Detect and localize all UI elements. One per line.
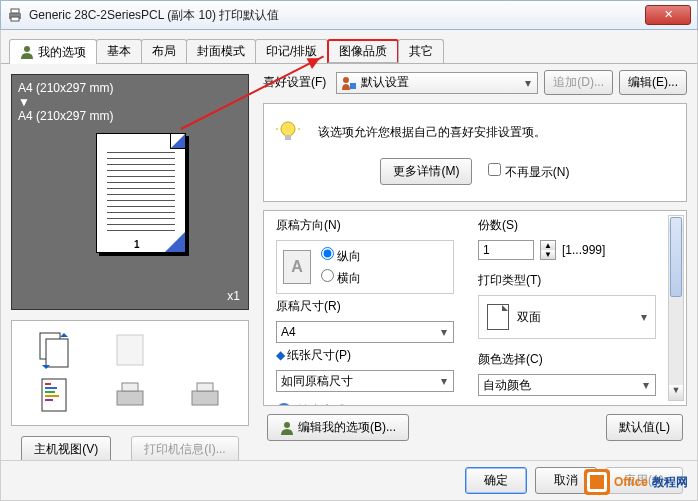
thumb-duplex-icon[interactable] xyxy=(36,329,74,371)
color-label: 颜色选择(C) xyxy=(478,351,656,368)
svg-rect-15 xyxy=(192,391,218,405)
svg-rect-8 xyxy=(45,383,51,385)
user-icon xyxy=(20,45,34,59)
tab-cover[interactable]: 封面模式 xyxy=(186,39,256,63)
watermark-o-icon xyxy=(584,469,610,495)
orientation-landscape-radio[interactable]: 横向 xyxy=(321,269,361,287)
paper-size-label: ◆纸张尺寸(P) xyxy=(276,347,454,364)
hint-panel: 该选项允许您根据自己的喜好安排设置项。 更多详情(M) 不再显示(N) xyxy=(263,103,687,202)
favorites-combo[interactable]: 默认设置 xyxy=(336,72,538,94)
svg-rect-14 xyxy=(122,383,138,391)
info-icon: i xyxy=(276,403,292,407)
svg-rect-12 xyxy=(45,399,53,401)
vertical-scrollbar[interactable]: ▲▼ xyxy=(668,215,684,401)
copies-range: [1...999] xyxy=(562,243,605,257)
copies-input[interactable] xyxy=(478,240,534,260)
output-method-label: 输出方式(M) xyxy=(298,402,364,406)
svg-rect-11 xyxy=(45,395,59,397)
tab-my-options[interactable]: 我的选项 xyxy=(9,39,97,64)
svg-rect-1 xyxy=(11,9,19,13)
svg-rect-6 xyxy=(117,335,143,365)
settings-panel: ▲▼ 原稿方向(N) A 纵向 横向 原稿尺寸(R) A4 xyxy=(263,210,687,406)
preview-page-number: 1 xyxy=(134,239,140,250)
ok-button[interactable]: 确定 xyxy=(465,467,527,494)
printer-info-button[interactable]: 打印机信息(I)... xyxy=(131,436,238,463)
dont-show-checkbox[interactable]: 不再显示(N) xyxy=(488,163,569,181)
page-preview: A4 (210x297 mm) ▼ A4 (210x297 mm) 1 x1 xyxy=(11,74,249,310)
preview-size-from: A4 (210x297 mm) xyxy=(18,81,242,95)
svg-point-23 xyxy=(284,422,290,428)
orientation-portrait-radio[interactable]: 纵向 xyxy=(321,247,361,265)
hint-text: 该选项允许您根据自己的喜好安排设置项。 xyxy=(318,124,546,141)
host-view-button[interactable]: 主机视图(V) xyxy=(21,436,111,463)
duplex-page-icon xyxy=(487,304,509,330)
svg-point-17 xyxy=(343,77,349,83)
option-thumbnails xyxy=(11,320,249,426)
tab-basic[interactable]: 基本 xyxy=(96,39,142,63)
thumb-blank2-icon[interactable] xyxy=(186,329,224,371)
edit-my-options-button[interactable]: 编辑我的选项(B)... xyxy=(267,414,409,441)
svg-rect-16 xyxy=(197,383,213,391)
thumb-blank-icon[interactable] xyxy=(111,329,149,371)
svg-rect-5 xyxy=(46,339,68,367)
svg-rect-2 xyxy=(11,17,19,21)
preview-copy-count: x1 xyxy=(227,289,240,303)
watermark-logo: Office教程网 xyxy=(584,469,688,495)
tab-other[interactable]: 其它 xyxy=(398,39,444,63)
print-type-label: 打印类型(T) xyxy=(478,272,656,289)
orientation-icon: A xyxy=(283,250,311,284)
original-size-label: 原稿尺寸(R) xyxy=(276,298,454,315)
favorites-add-button[interactable]: 追加(D)... xyxy=(544,70,613,95)
lightbulb-icon xyxy=(276,120,300,144)
svg-point-19 xyxy=(281,122,295,136)
copies-label: 份数(S) xyxy=(478,217,656,234)
tab-image-quality[interactable]: 图像品质 xyxy=(327,39,399,63)
copies-spinner[interactable]: ▲▼ xyxy=(540,240,556,260)
orientation-label: 原稿方向(N) xyxy=(276,217,454,234)
title-bar: Generic 28C-2SeriesPCL (副本 10) 打印默认值 ✕ xyxy=(0,0,698,30)
user-icon-small xyxy=(280,421,294,435)
paper-size-select[interactable]: 如同原稿尺寸 xyxy=(276,370,454,392)
favorites-edit-button[interactable]: 编辑(E)... xyxy=(619,70,687,95)
thumb-printer1-icon[interactable] xyxy=(111,375,149,417)
favorites-selected: 默认设置 xyxy=(361,74,409,91)
svg-rect-9 xyxy=(45,387,57,389)
svg-point-3 xyxy=(24,46,30,52)
svg-rect-10 xyxy=(45,391,55,393)
svg-rect-18 xyxy=(350,83,356,89)
printer-icon xyxy=(7,7,23,23)
tab-layout[interactable]: 布局 xyxy=(141,39,187,63)
window-title: Generic 28C-2SeriesPCL (副本 10) 打印默认值 xyxy=(29,7,691,24)
defaults-button[interactable]: 默认值(L) xyxy=(606,414,683,441)
thumb-color-doc-icon[interactable] xyxy=(36,375,74,417)
svg-rect-20 xyxy=(285,135,291,140)
more-details-button[interactable]: 更多详情(M) xyxy=(380,158,472,185)
svg-rect-13 xyxy=(117,391,143,405)
close-button[interactable]: ✕ xyxy=(645,5,691,25)
thumb-printer2-icon[interactable] xyxy=(186,375,224,417)
print-type-select[interactable]: 双面 ▾ xyxy=(478,295,656,339)
color-select[interactable]: 自动颜色 xyxy=(478,374,656,396)
preview-page: 1 xyxy=(96,133,186,253)
preview-arrow-icon: ▼ xyxy=(18,95,242,109)
tab-strip: 我的选项 基本 布局 封面模式 印记/排版 图像品质 其它 xyxy=(1,30,697,64)
original-size-select[interactable]: A4 xyxy=(276,321,454,343)
favorites-user-icon xyxy=(341,76,357,90)
